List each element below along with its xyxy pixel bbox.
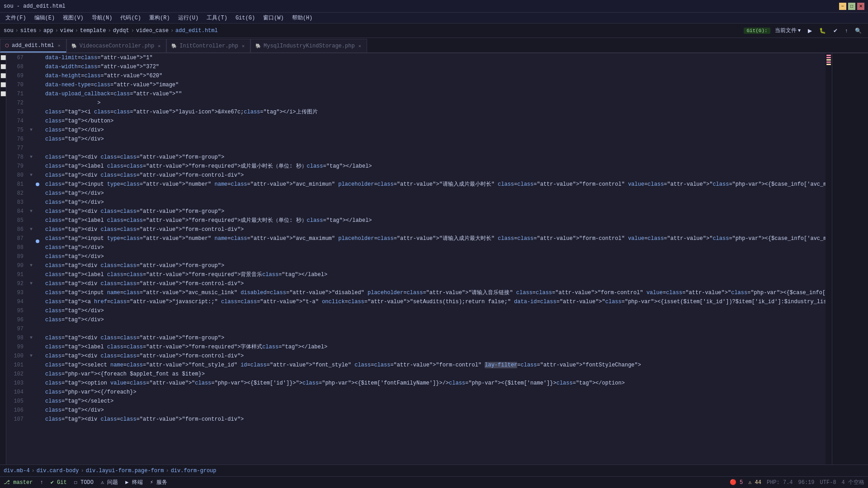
tab-2[interactable]: 🐘InitController.php✕ — [166, 39, 250, 52]
code-line-68: data-width=class="attr-value">"372" — [43, 62, 822, 71]
line-number-78: 78 — [6, 153, 24, 162]
run-button[interactable]: ▶ — [805, 27, 815, 35]
search-button[interactable]: 🔍 — [852, 27, 864, 35]
bottom-bc-1[interactable]: div.card-body — [37, 468, 79, 474]
marker-69 — [35, 71, 40, 80]
menu-item-GitG[interactable]: Git(G) — [232, 14, 259, 22]
line-number-98: 98 — [6, 333, 24, 343]
code-line-99: class="tag"><label class=class="attr-val… — [43, 343, 822, 352]
breadcrumb-item-5[interactable]: dydqt — [113, 28, 129, 34]
todo-status[interactable]: ☐ TODO — [74, 479, 94, 486]
code-content[interactable]: data-limit=class="attr-value">"1" data-w… — [40, 53, 826, 465]
breadcrumb-item-0[interactable]: sou — [4, 28, 14, 34]
fold-88 — [27, 243, 35, 252]
git-label[interactable]: Git(G): — [744, 28, 770, 34]
fold-72 — [27, 99, 35, 108]
fold-100[interactable]: ▼ — [27, 352, 35, 361]
services-status[interactable]: ⚡ 服务 — [150, 479, 167, 486]
breadcrumb-item-7[interactable]: add_edit.html — [175, 28, 218, 34]
fold-92[interactable]: ▼ — [27, 279, 35, 288]
fold-80[interactable]: ▼ — [27, 171, 35, 180]
bottom-bc-sep-2: › — [165, 468, 169, 474]
bottom-bc-0[interactable]: div.mb-4 — [4, 468, 30, 474]
tab-close-0[interactable]: ✕ — [57, 42, 61, 49]
warning-count: ⚠ 44 — [748, 479, 761, 486]
debug-button[interactable]: 🐛 — [816, 27, 829, 35]
line-number-69: 69 — [6, 71, 24, 80]
line-number-89: 89 — [6, 252, 24, 261]
code-line-75: class="tag"></div> — [43, 126, 822, 135]
menu-item-T[interactable]: 工具(T) — [203, 13, 231, 23]
marker-91 — [35, 276, 40, 285]
line-number-96: 96 — [6, 315, 24, 324]
tab-close-2[interactable]: ✕ — [241, 43, 245, 49]
line-number-99: 99 — [6, 343, 24, 352]
line-number-103: 103 — [6, 379, 24, 388]
sidebar-icon-4[interactable]: ⬜ — [0, 82, 6, 88]
menu-item-U[interactable]: 运行(U) — [175, 13, 203, 23]
fold-86[interactable]: ▼ — [27, 225, 35, 234]
tab-icon-3: 🐘 — [255, 43, 261, 49]
maximize-button[interactable]: □ — [848, 3, 855, 10]
git-push-button[interactable]: ↑ — [842, 27, 850, 35]
tab-1[interactable]: 🐘VideocaseController.php✕ — [66, 39, 167, 52]
breadcrumb-item-2[interactable]: app — [43, 28, 53, 34]
tab-close-1[interactable]: ✕ — [157, 43, 161, 49]
bottom-bc-2[interactable]: div.layui-form.page-form — [86, 468, 164, 474]
menu-item-R[interactable]: 重构(R) — [146, 13, 174, 23]
bottom-bc-3[interactable]: div.form-group — [171, 468, 217, 474]
marker-80 — [35, 171, 40, 180]
fold-98[interactable]: ▼ — [27, 333, 35, 343]
line-number-94: 94 — [6, 297, 24, 306]
sidebar-icon-5[interactable]: ⬜ — [0, 91, 6, 97]
code-line-94: class="tag"><a href=class="attr-value">"… — [43, 297, 822, 306]
menu-item-N[interactable]: 导航(N) — [88, 13, 116, 23]
menu-item-V[interactable]: 视图(V) — [59, 13, 87, 23]
fold-90[interactable]: ▼ — [27, 261, 35, 270]
menu-item-E[interactable]: 编辑(E) — [31, 13, 59, 23]
warn-mark-2 — [826, 64, 831, 65]
marker-81 — [35, 183, 40, 192]
git-status[interactable]: ✔ Git — [51, 479, 67, 486]
code-line-93: class="tag"><input name=class="attr-valu… — [43, 288, 822, 297]
fold-78[interactable]: ▼ — [27, 153, 35, 162]
line-number-68: 68 — [6, 62, 24, 71]
line-number-88: 88 — [6, 243, 24, 252]
sidebar-icon-3[interactable]: ⬜ — [0, 73, 6, 79]
breadcrumb-item-6[interactable]: video_case — [136, 28, 169, 34]
menu-item-F[interactable]: 文件(F) — [2, 13, 30, 23]
sidebar-icon-1[interactable]: ⬜ — [0, 55, 6, 61]
menu-item-H[interactable]: 帮助(H) — [288, 13, 316, 23]
menu-item-W[interactable]: 窗口(W) — [259, 13, 288, 23]
issues-status[interactable]: ⚠ 问题 — [101, 479, 118, 486]
push-status[interactable]: ↑ — [40, 479, 43, 486]
terminal-status[interactable]: ▶ 终端 — [125, 479, 142, 486]
line-number-81: 81 — [6, 180, 24, 189]
tab-close-3[interactable]: ✕ — [358, 43, 362, 49]
fold-84[interactable]: ▼ — [27, 207, 35, 216]
sidebar-icon-2[interactable]: ⬜ — [0, 64, 6, 70]
current-file-button[interactable]: 当前文件 ▾ — [772, 26, 803, 35]
code-line-91: class="tag"><label class=class="attr-val… — [43, 270, 822, 279]
breadcrumb-item-3[interactable]: view — [60, 28, 73, 34]
breadcrumb-sep-6: › — [170, 28, 174, 34]
breadcrumb-item-4[interactable]: template — [80, 28, 106, 34]
tab-label-3: MysqlIndustryKindStorage.php — [264, 43, 355, 49]
marker-82 — [35, 192, 40, 201]
breadcrumb-item-1[interactable]: sites — [20, 28, 37, 34]
error-mark-3 — [826, 61, 831, 63]
breadcrumb-sep-4: › — [108, 28, 111, 34]
minimize-button[interactable]: − — [839, 3, 846, 10]
tab-3[interactable]: 🐘MysqlIndustryKindStorage.php✕ — [250, 39, 367, 52]
branch-status[interactable]: ⎇ master — [4, 479, 33, 486]
tab-0[interactable]: ⬡add_edit.html✕ — [0, 39, 66, 52]
code-line-107: class="tag"><div class=class="attr-value… — [43, 415, 822, 424]
git-commit-button[interactable]: ✔ — [830, 27, 840, 35]
fold-106 — [27, 406, 35, 415]
fold-75[interactable]: ▼ — [27, 126, 35, 135]
tab-icon-2: 🐘 — [171, 43, 177, 49]
editor-wrapper: ⬜ ⬜ ⬜ ⬜ ⬜ 676869707172737475767778798081… — [0, 53, 868, 488]
line-number-73: 73 — [6, 108, 24, 117]
menu-item-C[interactable]: 代码(C) — [117, 13, 145, 23]
close-button[interactable]: ✕ — [857, 3, 864, 10]
